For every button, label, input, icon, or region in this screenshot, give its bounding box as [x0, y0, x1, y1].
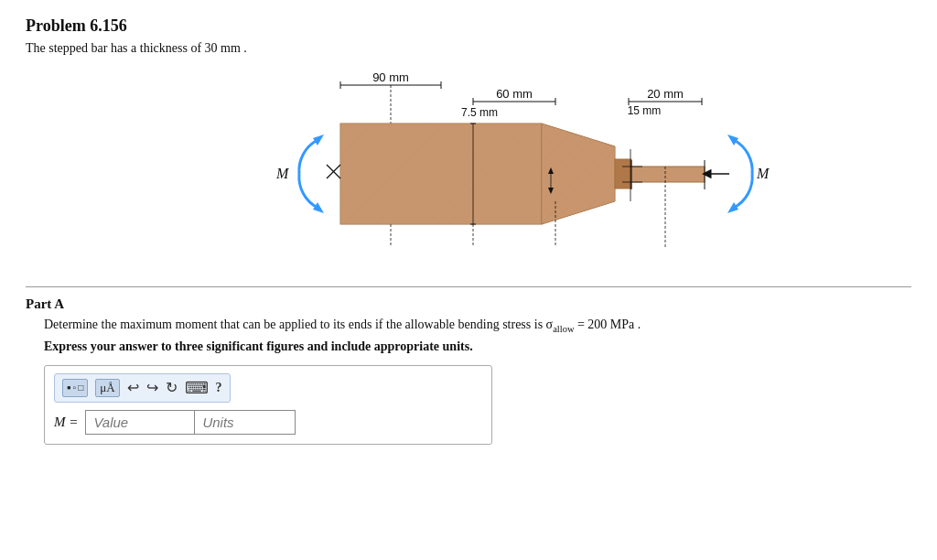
answer-box: ▪ ▫ □ μÅ ↩ ↪ ↻ ⌨ ? M = [44, 365, 492, 445]
square-icon: ▪ [67, 381, 71, 395]
mu-a-button[interactable]: μÅ [95, 379, 119, 397]
units-input[interactable] [195, 410, 296, 435]
svg-rect-22 [615, 159, 631, 188]
part-a-label: Part A [26, 296, 911, 312]
svg-text:60 mm: 60 mm [496, 87, 533, 101]
format-button[interactable]: ▪ ▫ □ [62, 379, 88, 397]
svg-marker-39 [313, 135, 324, 145]
small-square-icon: ▫ [73, 382, 77, 393]
section-divider [26, 286, 911, 287]
part-a-instruction: Express your answer to three significant… [26, 339, 911, 354]
mu-a-label: μÅ [100, 381, 114, 395]
svg-text:15 mm: 15 mm [628, 104, 662, 117]
input-row: M = [54, 410, 482, 435]
svg-text:M: M [756, 166, 770, 181]
keyboard-button[interactable]: ⌨ [185, 378, 209, 398]
problem-title: Problem 6.156 [26, 16, 911, 36]
svg-marker-45 [727, 202, 738, 213]
toolbar: ▪ ▫ □ μÅ ↩ ↪ ↻ ⌨ ? [54, 373, 231, 403]
diagram-area: 90 mm 60 mm 7.5 mm 20 mm 15 mm [26, 69, 911, 270]
svg-rect-23 [631, 167, 705, 182]
diagram-svg: 90 mm 60 mm 7.5 mm 20 mm 15 mm [157, 69, 780, 261]
superscript-icon: □ [78, 382, 83, 393]
part-a-desc-text: Determine the maximum moment that can be… [44, 318, 641, 331]
svg-text:M: M [275, 166, 290, 181]
svg-marker-44 [727, 135, 738, 145]
help-button[interactable]: ? [216, 381, 222, 395]
svg-rect-18 [340, 124, 542, 224]
redo-button[interactable]: ↪ [146, 379, 158, 396]
refresh-button[interactable]: ↻ [166, 379, 178, 396]
m-equals-label: M = [54, 415, 78, 430]
undo-button[interactable]: ↩ [127, 379, 139, 396]
page: Problem 6.156 The stepped bar has a thic… [0, 0, 937, 461]
svg-text:7.5 mm: 7.5 mm [461, 106, 498, 119]
value-input[interactable] [85, 410, 195, 435]
svg-marker-40 [313, 202, 324, 213]
svg-text:90 mm: 90 mm [372, 70, 409, 84]
svg-text:20 mm: 20 mm [647, 87, 684, 101]
problem-description: The stepped bar has a thickness of 30 mm… [26, 41, 911, 56]
part-a-description: Determine the maximum moment that can be… [26, 318, 911, 334]
